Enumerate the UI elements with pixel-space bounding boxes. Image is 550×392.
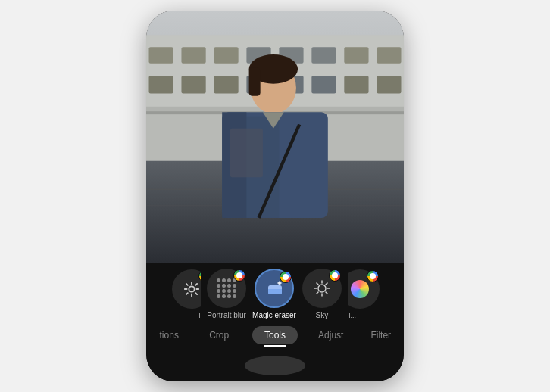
svg-line-45: [195, 283, 197, 285]
svg-line-61: [326, 283, 327, 285]
tool-item-magic-eraser[interactable]: Magic eraser: [252, 269, 296, 319]
color-wheel-icon: [351, 280, 369, 298]
color-label: Col...: [348, 312, 356, 319]
color-icon-wrap: [348, 269, 380, 309]
svg-rect-8: [344, 47, 368, 63]
tab-tools-pill: Tools: [252, 326, 298, 344]
svg-line-44: [195, 293, 197, 294]
phone-frame: light Portrait blur: [146, 11, 404, 381]
photo-area: [146, 11, 404, 263]
magic-eraser-label: Magic eraser: [252, 311, 296, 319]
svg-rect-2: [149, 47, 173, 63]
svg-point-54: [318, 285, 326, 292]
svg-line-62: [317, 292, 318, 294]
google-badge-color: [367, 270, 379, 282]
swipe-area: [146, 351, 404, 381]
svg-line-60: [326, 292, 327, 294]
tab-crop[interactable]: Crop: [192, 327, 246, 344]
tool-item-portrait-blur[interactable]: Portrait blur: [207, 269, 246, 319]
google-badge-sky: [329, 269, 341, 282]
svg-rect-7: [311, 47, 336, 63]
svg-rect-12: [214, 76, 238, 94]
tool-item-sky[interactable]: Sky: [302, 269, 342, 319]
svg-line-59: [317, 283, 318, 285]
bottom-panel: light Portrait blur: [146, 263, 404, 381]
svg-rect-11: [181, 76, 205, 94]
magic-eraser-icon-wrap: [255, 269, 294, 308]
sky-icon-wrap: [302, 269, 342, 308]
portrait-blur-label: Portrait blur: [207, 311, 246, 319]
svg-rect-31: [249, 67, 261, 96]
grid-icon: [217, 278, 236, 298]
tab-suggestions[interactable]: tions: [146, 327, 192, 344]
svg-line-43: [186, 283, 188, 285]
portrait-blur-icon-wrap: [207, 269, 246, 308]
svg-rect-37: [230, 129, 263, 177]
svg-point-38: [189, 286, 194, 291]
svg-point-49: [278, 282, 281, 285]
tab-filters[interactable]: Filter: [358, 327, 404, 344]
svg-rect-48: [268, 289, 282, 294]
svg-rect-10: [149, 76, 173, 94]
sky-label: Sky: [316, 311, 329, 319]
light-icon-wrap: [172, 269, 201, 309]
tool-item-light[interactable]: light: [170, 269, 201, 319]
tab-tools[interactable]: Tools: [246, 327, 304, 344]
google-badge-portrait: [233, 269, 245, 282]
svg-rect-9: [377, 47, 401, 63]
tools-row: light Portrait blur: [146, 263, 404, 322]
svg-rect-3: [181, 47, 205, 63]
nav-tabs: tions Crop Tools Adjust Filter: [146, 322, 404, 351]
svg-line-46: [186, 293, 188, 294]
swipe-pill[interactable]: [245, 356, 305, 375]
svg-rect-16: [344, 76, 368, 94]
svg-rect-15: [311, 76, 336, 94]
google-badge-magic: [280, 271, 292, 283]
tool-item-color[interactable]: Col...: [348, 269, 380, 319]
svg-rect-17: [377, 76, 401, 94]
light-label: light: [199, 312, 202, 319]
tab-adjust[interactable]: Adjust: [304, 327, 358, 344]
svg-rect-4: [214, 47, 238, 63]
